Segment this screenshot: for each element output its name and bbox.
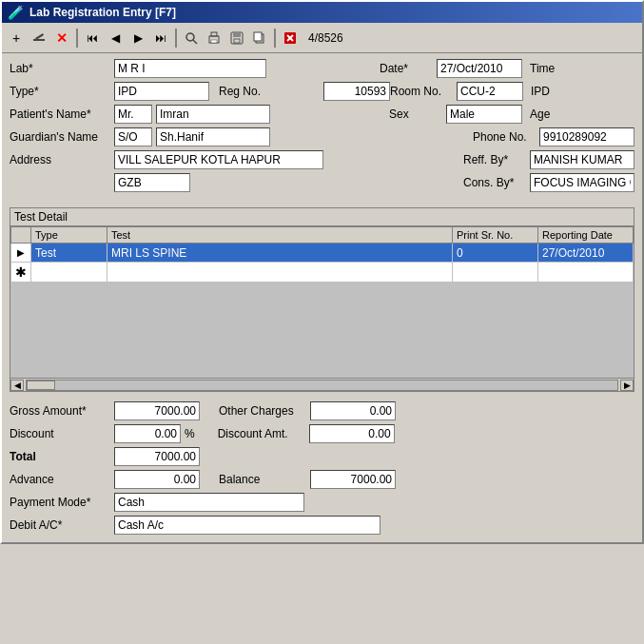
test-detail-table: Type Test Print Sr. No. Reporting Date ▶… bbox=[10, 226, 634, 378]
gross-amount-row: Gross Amount* Other Charges bbox=[10, 401, 634, 420]
sex-label: Sex bbox=[389, 107, 446, 121]
toolbar: + ✕ ⏮ ◀ ▶ ⏭ 4/8526 bbox=[2, 23, 642, 53]
form-area: Lab* Date* Time Type* Reg No. Room No. I… bbox=[2, 53, 642, 202]
other-charges-input[interactable] bbox=[310, 401, 396, 420]
discount-amt-group: Discount Amt. bbox=[218, 424, 395, 443]
balance-group: Balance bbox=[219, 470, 396, 489]
date-input[interactable] bbox=[437, 59, 522, 78]
guardian-prefix-input[interactable] bbox=[114, 127, 152, 146]
h-scrollbar-track[interactable] bbox=[26, 380, 618, 391]
row-type-cell[interactable]: Test bbox=[31, 244, 107, 263]
delete-button[interactable]: ✕ bbox=[51, 28, 72, 49]
total-input[interactable] bbox=[114, 447, 200, 466]
cons-by-input[interactable] bbox=[530, 173, 634, 192]
print-button[interactable] bbox=[204, 28, 224, 49]
reff-by-input[interactable] bbox=[530, 150, 634, 169]
new-row-marker: ✱ bbox=[11, 263, 31, 283]
svg-point-2 bbox=[186, 33, 194, 41]
separator-1 bbox=[76, 29, 78, 48]
room-no-label: Room No. bbox=[390, 85, 457, 98]
row-arrow-indicator: ▶ bbox=[11, 244, 31, 263]
scroll-left-btn[interactable]: ◀ bbox=[10, 380, 24, 391]
amounts-section: Gross Amount* Other Charges Discount % D… bbox=[2, 398, 642, 542]
separator-2 bbox=[175, 29, 177, 48]
test-detail-box: Test Detail Type Test Print Sr. No. Repo… bbox=[10, 207, 634, 392]
svg-rect-0 bbox=[33, 39, 45, 41]
percent-sign: % bbox=[185, 427, 195, 440]
new-row[interactable]: ✱ bbox=[11, 263, 634, 283]
reg-no-input[interactable] bbox=[323, 82, 390, 101]
new-row-print-sr[interactable] bbox=[453, 263, 538, 283]
discount-amt-input[interactable] bbox=[309, 424, 395, 443]
col-print-sr: Print Sr. No. bbox=[453, 227, 538, 244]
grid-header-row: Type Test Print Sr. No. Reporting Date bbox=[11, 227, 634, 244]
address-input-1[interactable] bbox=[114, 150, 323, 169]
col-type: Type bbox=[31, 227, 107, 244]
copy-button[interactable] bbox=[249, 28, 270, 49]
advance-label: Advance bbox=[10, 473, 114, 486]
other-charges-group: Other Charges bbox=[219, 401, 396, 420]
table-row[interactable]: ▶ Test MRI LS SPINE 0 27/Oct/2010 bbox=[11, 244, 634, 263]
record-count: 4/8526 bbox=[308, 31, 343, 45]
main-window: 🧪 Lab Registration Entry [F7] + ✕ ⏮ ◀ ▶ … bbox=[0, 0, 644, 544]
lab-input[interactable] bbox=[114, 59, 266, 78]
patient-name-input[interactable] bbox=[156, 105, 270, 124]
cons-by-label: Cons. By* bbox=[463, 176, 530, 189]
new-row-test[interactable] bbox=[107, 263, 453, 283]
edit-button[interactable] bbox=[29, 28, 49, 49]
svg-marker-1 bbox=[35, 33, 44, 40]
exit-button[interactable] bbox=[280, 28, 301, 49]
col-arrow bbox=[11, 227, 31, 244]
age-label: Age bbox=[530, 107, 634, 121]
payment-mode-input[interactable] bbox=[114, 493, 304, 512]
title-bar: 🧪 Lab Registration Entry [F7] bbox=[2, 2, 642, 23]
add-button[interactable]: + bbox=[6, 28, 27, 49]
patient-row: Patient's Name* Sex Age bbox=[10, 105, 634, 124]
total-row: Total bbox=[10, 447, 634, 466]
address-input-2[interactable] bbox=[114, 173, 190, 192]
empty-row-4 bbox=[11, 340, 634, 359]
patient-prefix-input[interactable] bbox=[114, 105, 152, 124]
svg-rect-8 bbox=[233, 32, 241, 37]
type-row: Type* Reg No. Room No. IPD bbox=[10, 82, 634, 101]
next-button[interactable]: ▶ bbox=[127, 28, 148, 49]
address-label: Address bbox=[10, 153, 114, 166]
guardian-name-input[interactable] bbox=[156, 127, 270, 146]
discount-input[interactable] bbox=[114, 424, 181, 443]
advance-input[interactable] bbox=[114, 470, 200, 489]
reg-no-label: Reg No. bbox=[219, 85, 323, 98]
sex-input[interactable] bbox=[446, 105, 522, 124]
address-row-2: Cons. By* bbox=[10, 173, 634, 192]
gross-amount-input[interactable] bbox=[114, 401, 200, 420]
advance-row: Advance Balance bbox=[10, 470, 634, 489]
prev-button[interactable]: ◀ bbox=[105, 28, 126, 49]
new-row-reporting-date[interactable] bbox=[538, 263, 634, 283]
room-no-input[interactable] bbox=[457, 82, 523, 101]
debit-ac-row: Debit A/C* bbox=[10, 516, 634, 535]
row-test-cell[interactable]: MRI LS SPINE bbox=[107, 244, 453, 263]
search-button[interactable] bbox=[181, 28, 202, 49]
new-row-type[interactable] bbox=[31, 263, 107, 283]
ipd-label: IPD bbox=[531, 85, 635, 98]
row-print-sr-cell[interactable]: 0 bbox=[453, 244, 538, 263]
scroll-right-btn[interactable]: ▶ bbox=[620, 380, 634, 391]
phone-label: Phone No. bbox=[473, 130, 539, 144]
balance-input[interactable] bbox=[310, 470, 396, 489]
h-scrollbar-area: ◀ ▶ bbox=[10, 378, 634, 391]
svg-rect-11 bbox=[254, 32, 262, 41]
svg-rect-9 bbox=[234, 39, 240, 43]
row-reporting-date-cell[interactable]: 27/Oct/2010 bbox=[538, 244, 634, 263]
save-button[interactable] bbox=[226, 28, 247, 49]
debit-ac-input[interactable] bbox=[114, 516, 381, 535]
col-test: Test bbox=[107, 227, 453, 244]
h-scrollbar-thumb[interactable] bbox=[27, 381, 55, 390]
last-button[interactable]: ⏭ bbox=[150, 28, 171, 49]
debit-ac-label: Debit A/C* bbox=[10, 518, 114, 532]
reff-by-label: Reff. By* bbox=[463, 153, 530, 166]
empty-row-3 bbox=[11, 321, 634, 340]
svg-line-3 bbox=[193, 40, 197, 44]
phone-input[interactable] bbox=[539, 127, 634, 146]
type-input[interactable] bbox=[114, 82, 209, 101]
first-button[interactable]: ⏮ bbox=[82, 28, 103, 49]
lab-label: Lab* bbox=[10, 62, 114, 75]
